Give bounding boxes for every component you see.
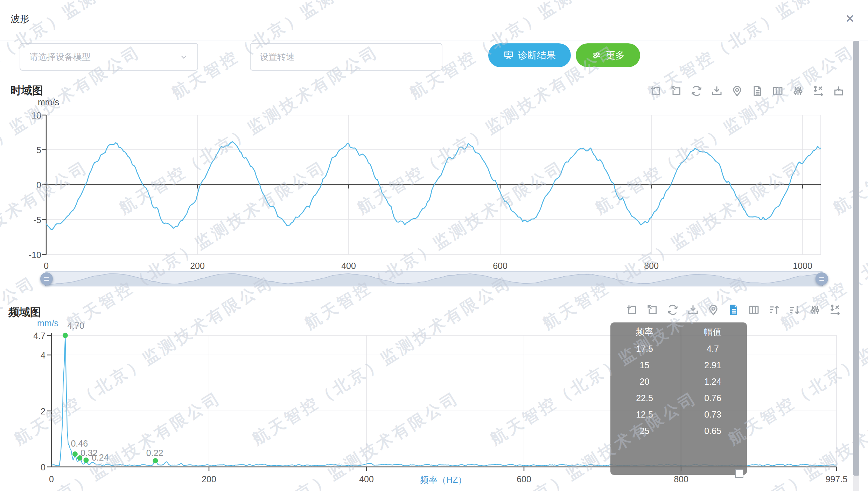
peak-marker[interactable]: [83, 457, 89, 463]
table-cell: 20: [610, 377, 679, 387]
table-row[interactable]: 12.50.73: [610, 406, 747, 423]
table-cell: 22.5: [610, 393, 679, 403]
sliders-icon[interactable]: [808, 304, 821, 316]
axis-swap-icon[interactable]: [829, 304, 841, 316]
table-cell: 12.5: [610, 410, 679, 420]
pin-icon[interactable]: [731, 85, 743, 97]
freq-chart-toolbar: [626, 304, 841, 316]
table-row[interactable]: 201.24: [610, 373, 747, 390]
data-view-icon[interactable]: [751, 85, 764, 97]
zoom-box-icon[interactable]: [650, 85, 662, 97]
time-chart-canvas[interactable]: [0, 105, 868, 269]
table-body: 17.54.7152.91201.2422.50.7612.50.73250.6…: [610, 341, 747, 439]
pin-icon[interactable]: [707, 304, 720, 316]
time-chart-toolbar: [650, 85, 845, 97]
diagnose-button[interactable]: 诊断结果: [488, 43, 571, 67]
download-icon[interactable]: [687, 304, 699, 316]
table-cell: 0.65: [679, 426, 747, 436]
table-cell: 0.76: [679, 393, 747, 403]
axis-swap-icon[interactable]: [812, 85, 825, 97]
peak-value-label: 0.24: [92, 453, 109, 463]
datazoom-wave: [0, 269, 868, 290]
table-cell: 25: [610, 426, 679, 436]
peak-value-label: 4.70: [67, 321, 84, 331]
freq-xtick: 0: [27, 475, 76, 484]
device-model-placeholder: 请选择设备模型: [29, 51, 179, 63]
table-header-amplitude: 幅值: [679, 326, 747, 337]
more-button-label: 更多: [606, 49, 625, 62]
peak-value-label: 0.22: [146, 448, 163, 458]
table-row[interactable]: 250.65: [610, 423, 747, 439]
freq-xaxis-label: 频率（HZ）: [420, 476, 467, 484]
freq-chart-title: 频域图: [8, 305, 41, 320]
diagnose-board-icon: [503, 50, 514, 61]
refresh-icon[interactable]: [690, 85, 703, 97]
scrollbar-track[interactable]: [853, 0, 859, 491]
datazoom-left-handle[interactable]: [40, 272, 53, 285]
restore-icon[interactable]: [646, 304, 659, 316]
freq-xtick: 800: [657, 475, 706, 484]
download-icon[interactable]: [710, 85, 723, 97]
data-view-active-icon[interactable]: [727, 304, 740, 316]
speed-input[interactable]: 设置转速: [250, 43, 442, 71]
save-icon[interactable]: [832, 85, 845, 97]
datazoom-right-handle[interactable]: [816, 272, 828, 285]
table-row[interactable]: 17.54.7: [610, 341, 747, 357]
time-chart-title: 时域图: [10, 83, 43, 98]
columns-icon[interactable]: [771, 85, 784, 97]
table-cell: 4.7: [679, 344, 747, 354]
close-icon[interactable]: ×: [846, 11, 854, 26]
sort-asc-icon[interactable]: [768, 304, 780, 316]
chevron-down-icon: [179, 52, 188, 62]
sliders-icon[interactable]: [792, 85, 804, 97]
table-resize-handle[interactable]: [735, 469, 743, 478]
table-header: 频率 幅值: [610, 322, 747, 341]
zoom-box-icon[interactable]: [626, 304, 638, 316]
speed-input-placeholder: 设置转速: [260, 51, 433, 63]
freq-xtick: 600: [499, 475, 548, 484]
more-button[interactable]: 更多: [576, 43, 640, 67]
refresh-icon[interactable]: [666, 304, 679, 316]
freq-xtick: 400: [342, 475, 391, 484]
table-cell: 1.24: [679, 377, 747, 387]
sort-desc-icon[interactable]: [788, 304, 801, 316]
more-sliders-icon: [591, 50, 602, 61]
scrollbar-thumb[interactable]: [853, 41, 859, 476]
header-divider: [0, 41, 868, 41]
scrollbar-track-bottom: [853, 476, 859, 491]
table-cell: 2.91: [679, 360, 747, 370]
table-cell: 0.73: [679, 410, 747, 420]
data-view-table[interactable]: 频率 幅值 17.54.7152.91201.2422.50.7612.50.7…: [610, 322, 747, 475]
freq-xtick: 200: [184, 475, 233, 484]
restore-icon[interactable]: [670, 85, 682, 97]
table-column-divider: [681, 322, 681, 475]
diagnose-button-label: 诊断结果: [518, 49, 556, 62]
peak-marker[interactable]: [63, 333, 68, 338]
window-title: 波形: [10, 13, 29, 25]
peak-marker[interactable]: [153, 458, 158, 463]
peak-value-label: 0.46: [71, 439, 88, 449]
table-row[interactable]: 152.91: [610, 357, 747, 373]
device-model-select[interactable]: 请选择设备模型: [20, 43, 198, 71]
peak-marker[interactable]: [72, 451, 78, 457]
table-cell: 15: [610, 360, 679, 370]
table-row[interactable]: 22.50.76: [610, 390, 747, 406]
table-header-frequency: 频率: [610, 326, 679, 337]
columns-icon[interactable]: [748, 304, 760, 316]
table-cell: 17.5: [610, 344, 679, 354]
